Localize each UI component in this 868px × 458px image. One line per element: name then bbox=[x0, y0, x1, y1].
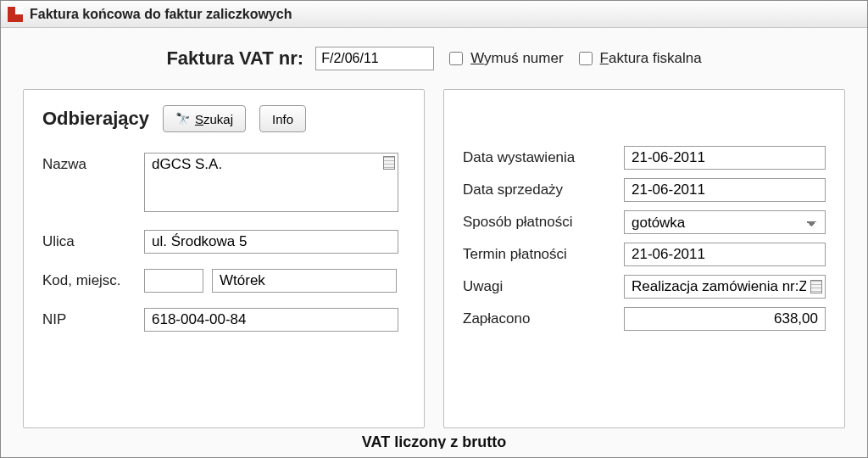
paid-input[interactable] bbox=[624, 307, 826, 331]
invoice-dialog: Faktura końcowa do faktur zaliczkowych F… bbox=[0, 0, 868, 458]
document-icon bbox=[810, 280, 822, 293]
zip-city-field: Kod, miejsc. bbox=[42, 269, 405, 293]
info-button[interactable]: Info bbox=[259, 105, 306, 132]
sale-date-label: Data sprzedaży bbox=[463, 182, 615, 198]
payment-method-label: Sposób płatności bbox=[463, 214, 615, 231]
notes-label: Uwagi bbox=[463, 278, 615, 295]
city-input[interactable] bbox=[212, 269, 397, 293]
street-label: Ulica bbox=[42, 230, 136, 250]
nip-input[interactable] bbox=[144, 308, 398, 332]
fiscal-invoice-checkbox[interactable] bbox=[579, 52, 593, 65]
recipient-panel: Odbierający 🔭 Szukaj Info Nazwa bbox=[23, 89, 425, 428]
titlebar: Faktura końcowa do faktur zaliczkowych bbox=[1, 1, 867, 28]
payment-term-input[interactable] bbox=[624, 243, 826, 266]
zip-city-label: Kod, miejsc. bbox=[42, 269, 136, 289]
window-title: Faktura końcowa do faktur zaliczkowych bbox=[30, 7, 292, 22]
paid-label: Zapłacono bbox=[463, 310, 615, 327]
name-field: Nazwa bbox=[42, 153, 405, 215]
vat-mode-label: VAT liczony z brutto bbox=[23, 433, 845, 449]
client-area: Faktura VAT nr: Wymuś numer Faktura fisk… bbox=[1, 28, 867, 457]
nip-label: NIP bbox=[42, 308, 136, 328]
street-field: Ulica bbox=[42, 230, 405, 254]
name-label: Nazwa bbox=[42, 153, 136, 173]
street-input[interactable] bbox=[144, 230, 398, 254]
invoice-number-label: Faktura VAT nr: bbox=[166, 47, 303, 70]
nip-field: NIP bbox=[42, 308, 405, 332]
fiscal-invoice-checkbox-label[interactable]: Faktura fiskalna bbox=[576, 49, 702, 68]
binoculars-icon: 🔭 bbox=[175, 112, 190, 126]
recipient-title: Odbierający bbox=[42, 108, 149, 130]
payment-method-select[interactable]: gotówka bbox=[624, 210, 826, 234]
payment-term-label: Termin płatności bbox=[463, 246, 615, 263]
issue-date-input[interactable] bbox=[624, 146, 826, 170]
force-number-checkbox-label[interactable]: Wymuś numer bbox=[446, 49, 563, 68]
details-grid: Data wystawienia Data sprzedaży Sposób p… bbox=[463, 146, 826, 331]
app-icon bbox=[8, 7, 23, 22]
document-icon bbox=[383, 156, 395, 170]
invoice-number-input[interactable] bbox=[315, 47, 434, 70]
zip-input[interactable] bbox=[144, 269, 203, 293]
recipient-header: Odbierający 🔭 Szukaj Info bbox=[42, 105, 405, 132]
name-input[interactable] bbox=[144, 153, 398, 212]
sale-date-input[interactable] bbox=[624, 178, 826, 202]
force-number-checkbox[interactable] bbox=[449, 52, 463, 65]
panels: Odbierający 🔭 Szukaj Info Nazwa bbox=[23, 89, 845, 428]
issue-date-label: Data wystawienia bbox=[463, 149, 615, 166]
search-button[interactable]: 🔭 Szukaj bbox=[163, 105, 246, 132]
notes-input[interactable] bbox=[624, 275, 826, 299]
invoice-number-row: Faktura VAT nr: Wymuś numer Faktura fisk… bbox=[23, 47, 845, 70]
details-panel: Data wystawienia Data sprzedaży Sposób p… bbox=[443, 89, 845, 428]
